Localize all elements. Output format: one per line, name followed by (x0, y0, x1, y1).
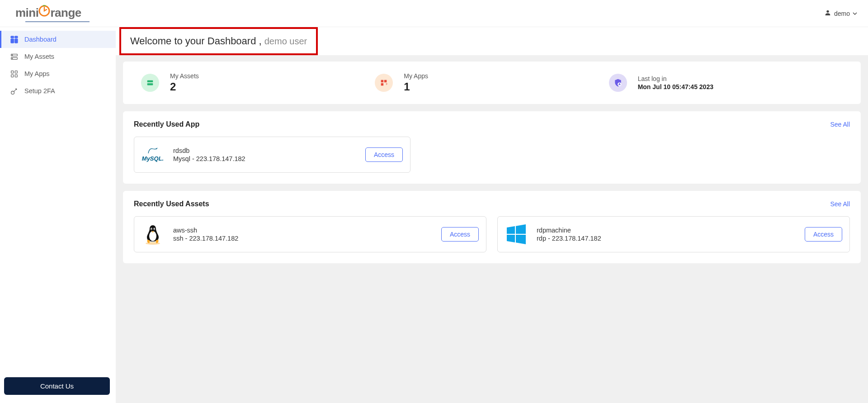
svg-point-8 (12, 55, 12, 55)
stat-apps: + My Apps 1 (375, 72, 609, 93)
chevron-down-icon (853, 10, 857, 17)
svg-rect-16 (147, 83, 153, 85)
stat-value: 2 (170, 81, 199, 93)
sidebar-item-apps[interactable]: My Apps (0, 65, 116, 82)
asset-detail: rdp - 223.178.147.182 (537, 235, 796, 242)
stat-label: Last log in (638, 75, 713, 82)
sidebar-item-label: My Apps (24, 70, 50, 77)
shield-icon (609, 74, 627, 92)
svg-text:+: + (386, 82, 388, 86)
svg-point-28 (151, 228, 152, 229)
svg-rect-2 (10, 36, 14, 38)
recently-used-assets-section: Recently Used Assets See All aws-ssh ssh… (123, 191, 861, 263)
stats-card: My Assets 2 + My Apps 1 Last log in Mon … (123, 62, 861, 104)
access-button[interactable]: Access (805, 227, 842, 242)
welcome-title: Welcome to your Dashboard , (130, 35, 264, 47)
welcome-user: demo user (264, 36, 307, 46)
svg-rect-12 (11, 75, 13, 77)
contact-us-button[interactable]: Contact Us (4, 377, 110, 395)
see-all-link[interactable]: See All (830, 200, 850, 208)
stat-value: Mon Jul 10 05:47:45 2023 (638, 83, 713, 90)
apps-stat-icon: + (375, 74, 393, 92)
main-content: Welcome to your Dashboard , demo user My… (116, 27, 868, 403)
server-icon (141, 74, 159, 92)
sidebar-item-dashboard[interactable]: Dashboard (0, 31, 116, 48)
svg-rect-15 (147, 81, 153, 83)
app-card: MySQL. rdsdb Mysql - 223.178.147.182 Acc… (134, 137, 410, 173)
svg-point-25 (149, 231, 156, 241)
logo-suffix: range (50, 6, 81, 19)
section-title: Recently Used App (134, 120, 199, 128)
logo-underline (25, 21, 90, 22)
access-button[interactable]: Access (441, 227, 479, 242)
sidebar-item-label: Setup 2FA (24, 87, 55, 95)
app-name: rdsdb (173, 147, 356, 154)
linux-icon (142, 223, 164, 246)
svg-point-14 (11, 91, 14, 94)
user-menu[interactable]: demo (824, 9, 857, 18)
welcome-bar: Welcome to your Dashboard , demo user (116, 27, 868, 55)
asset-detail: ssh - 223.178.147.182 (173, 235, 432, 242)
stat-label: My Apps (404, 72, 428, 80)
welcome-highlight: Welcome to your Dashboard , demo user (119, 27, 318, 55)
key-icon (10, 87, 18, 95)
logo-orange-icon (38, 5, 50, 20)
stat-lastlogin: Last log in Mon Jul 10 05:47:45 2023 (609, 74, 843, 92)
sidebar-item-label: Dashboard (24, 36, 57, 43)
svg-point-22 (619, 83, 620, 84)
windows-icon (505, 223, 528, 246)
recently-used-app-section: Recently Used App See All MySQL. rdsdb M… (123, 111, 861, 184)
asset-card: rdpmachine rdp - 223.178.147.182 Access (497, 216, 850, 252)
asset-name: aws-ssh (173, 227, 432, 234)
svg-rect-17 (381, 80, 383, 82)
sidebar-item-label: My Assets (24, 53, 54, 60)
svg-point-29 (154, 228, 155, 229)
assets-icon (10, 52, 18, 61)
svg-rect-19 (381, 83, 383, 85)
logo-prefix: mini (15, 6, 38, 19)
stat-assets: My Assets 2 (141, 72, 375, 93)
logo: minirange (15, 5, 90, 20)
svg-rect-4 (10, 38, 14, 43)
app-detail: Mysql - 223.178.147.182 (173, 155, 356, 162)
access-button[interactable]: Access (365, 147, 403, 162)
svg-rect-3 (14, 36, 18, 38)
svg-point-1 (826, 10, 829, 13)
asset-card: aws-ssh ssh - 223.178.147.182 Access (134, 216, 486, 252)
dashboard-icon (10, 35, 18, 43)
svg-rect-5 (14, 38, 18, 43)
stat-value: 1 (404, 81, 428, 93)
svg-point-9 (12, 58, 12, 58)
svg-rect-13 (15, 75, 17, 77)
section-title: Recently Used Assets (134, 200, 209, 208)
topbar: minirange demo (0, 0, 868, 27)
sidebar-item-assets[interactable]: My Assets (0, 48, 116, 65)
sidebar: Dashboard My Assets My Apps Setup 2FA Co… (0, 27, 116, 403)
mysql-icon: MySQL. (142, 143, 164, 166)
svg-rect-11 (15, 71, 17, 73)
logo-wrap: minirange (15, 5, 90, 22)
user-icon (824, 9, 831, 18)
sidebar-item-2fa[interactable]: Setup 2FA (0, 82, 116, 100)
svg-rect-10 (11, 71, 13, 73)
user-name: demo (834, 10, 850, 17)
asset-name: rdpmachine (537, 227, 796, 234)
see-all-link[interactable]: See All (830, 121, 850, 128)
apps-icon (10, 70, 18, 78)
svg-point-23 (156, 148, 157, 149)
stat-label: My Assets (170, 72, 199, 80)
